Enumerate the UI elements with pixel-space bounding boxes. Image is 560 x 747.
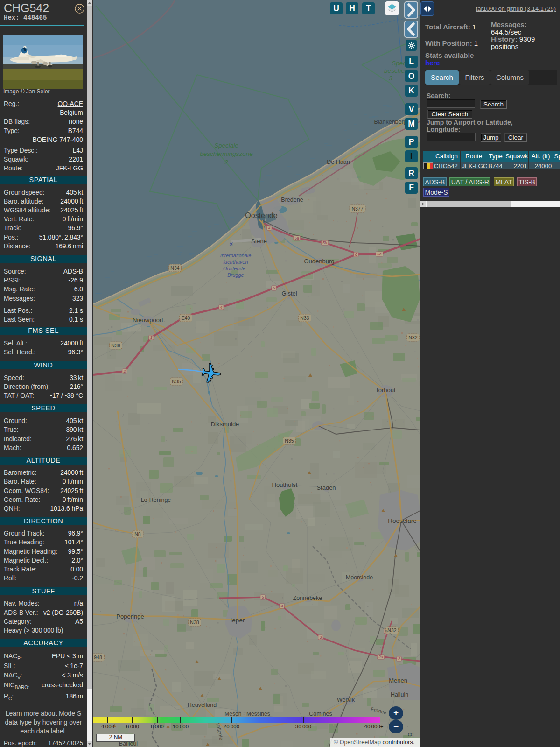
- svg-text:2: 2: [398, 656, 400, 661]
- svg-text:Staden: Staden: [316, 484, 336, 491]
- svg-text:Zonnebeke: Zonnebeke: [293, 595, 322, 601]
- svg-text:Bredene: Bredene: [281, 197, 303, 203]
- svg-text:3: 3: [320, 635, 322, 640]
- svg-text:Stene: Stene: [251, 238, 267, 245]
- svg-text:3: 3: [150, 335, 153, 340]
- svg-text:Ieper: Ieper: [231, 617, 245, 624]
- svg-text:2a: 2a: [378, 655, 383, 659]
- svg-text:Nieuwpoort: Nieuwpoort: [133, 317, 163, 324]
- svg-text:5: 5: [273, 286, 275, 290]
- svg-text:4: 4: [268, 226, 271, 230]
- svg-text:E40: E40: [182, 315, 190, 321]
- svg-text:Comines: Comines: [309, 711, 332, 717]
- svg-text:Heuvelland: Heuvelland: [188, 702, 217, 708]
- svg-text:6a: 6a: [377, 252, 382, 256]
- svg-text:5: 5: [262, 595, 264, 599]
- svg-text:948: 948: [94, 655, 102, 660]
- svg-text:Roeselare: Roeselare: [388, 517, 417, 524]
- svg-text:Halluin: Halluin: [391, 691, 408, 698]
- svg-text:5b: 5b: [322, 240, 327, 245]
- svg-text:De Haan: De Haan: [327, 159, 350, 165]
- svg-text:4: 4: [281, 604, 283, 608]
- svg-text:beschermingszone: beschermingszone: [200, 150, 252, 157]
- svg-text:Poperinge: Poperinge: [116, 613, 144, 620]
- svg-text:Gistel: Gistel: [281, 290, 297, 297]
- svg-text:N35: N35: [285, 438, 294, 444]
- svg-text:6: 6: [355, 252, 357, 257]
- svg-text:Wervik: Wervik: [337, 697, 355, 703]
- svg-text:Torhout: Torhout: [375, 387, 396, 394]
- svg-text:Moorslede: Moorslede: [346, 574, 373, 581]
- svg-text:Oostende–: Oostende–: [223, 266, 249, 271]
- svg-text:4: 4: [220, 305, 223, 310]
- svg-text:5a: 5a: [294, 236, 299, 240]
- svg-text:N377: N377: [351, 206, 363, 211]
- svg-text:Menen: Menen: [389, 677, 407, 684]
- svg-text:N39: N39: [111, 343, 120, 348]
- svg-text:3: 3: [389, 75, 392, 82]
- svg-text:N32: N32: [408, 335, 417, 340]
- svg-text:N33: N33: [300, 315, 309, 321]
- svg-text:Brugge: Brugge: [227, 272, 244, 278]
- svg-text:Oudenburg: Oudenburg: [304, 258, 334, 265]
- svg-text:N8: N8: [134, 531, 141, 537]
- svg-text:N38: N38: [190, 620, 199, 625]
- svg-text:2: 2: [224, 159, 228, 166]
- svg-text:N35: N35: [172, 379, 181, 384]
- svg-text:Speciale: Speciale: [214, 142, 238, 149]
- svg-text:Oostende: Oostende: [245, 211, 277, 219]
- svg-text:2: 2: [123, 369, 126, 374]
- svg-text:Mesen - Messines: Mesen - Messines: [224, 711, 270, 717]
- svg-text:luchthaven: luchthaven: [223, 259, 248, 265]
- svg-text:N34: N34: [170, 265, 179, 271]
- svg-text:Houthulst: Houthulst: [272, 481, 298, 488]
- svg-text:Internationale: Internationale: [220, 253, 252, 258]
- svg-text:Lo-Reninge: Lo-Reninge: [141, 497, 171, 503]
- svg-text:cq: cq: [408, 731, 414, 738]
- svg-text:Diksmuide: Diksmuide: [211, 421, 239, 428]
- svg-text:N32: N32: [387, 627, 396, 633]
